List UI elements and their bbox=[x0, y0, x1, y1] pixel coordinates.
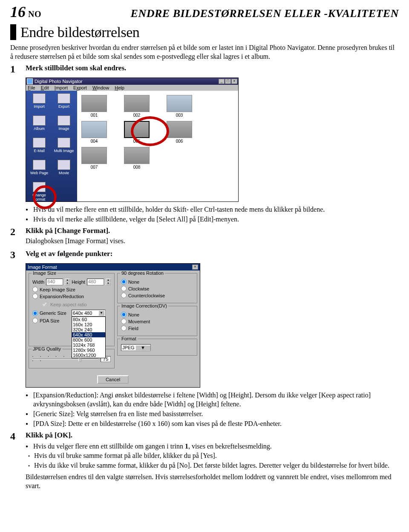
section-heading-row: Endre bildestørrelsen bbox=[10, 24, 399, 40]
dialog-image-format: Image Format × Image Size Width 640 ▲▼ H… bbox=[26, 263, 200, 388]
height-spinner[interactable]: ▲▼ bbox=[106, 279, 111, 285]
menu-bar: File Edit Import Export Window Help bbox=[26, 85, 238, 91]
bullet-icon bbox=[26, 410, 33, 419]
step-1: 1 Merk stillbildet som skal endres. bbox=[10, 64, 399, 74]
thumbnail-007[interactable]: 007 bbox=[81, 147, 107, 170]
step-number: 3 bbox=[10, 250, 26, 260]
sidebar-image[interactable]: Image bbox=[52, 115, 75, 136]
height-label: Height bbox=[72, 279, 85, 285]
change-format-icon bbox=[33, 182, 46, 192]
radio-correction-none[interactable]: None bbox=[121, 312, 193, 317]
size-option[interactable]: 80x 60 bbox=[72, 317, 105, 322]
thumb-image bbox=[81, 95, 107, 112]
page-language: NO bbox=[28, 9, 41, 19]
menu-edit[interactable]: Edit bbox=[41, 85, 49, 90]
web-icon bbox=[33, 160, 46, 170]
radio-generic-size[interactable]: Generic Size 640x 480▼ 80x 60 160x 120 3… bbox=[32, 310, 111, 316]
thumbnail-003[interactable]: 003 bbox=[167, 95, 192, 118]
cancel-button[interactable]: Cancel bbox=[97, 375, 129, 384]
thumb-image bbox=[124, 121, 150, 138]
album-icon bbox=[33, 115, 46, 126]
format-select[interactable]: JPEG ▼ bbox=[121, 344, 151, 351]
sub-bullet-icon bbox=[28, 451, 34, 460]
sidebar-change-format[interactable]: Change Format bbox=[28, 182, 51, 202]
menu-file-label: ile bbox=[31, 85, 35, 90]
thumbnail-001[interactable]: 001 bbox=[81, 95, 107, 118]
step-label: Klikk på [Change Format]. bbox=[26, 227, 399, 235]
thumb-image bbox=[167, 121, 192, 138]
sub-bullet-text: Hvis du vil bruke samme format på alle b… bbox=[34, 451, 217, 460]
group-image-correction: Image Correction(DV) None Movement Field bbox=[117, 306, 197, 336]
radio-expansion-reduction[interactable]: Expansion/Reduction bbox=[32, 293, 111, 299]
bullet-icon bbox=[26, 391, 33, 409]
generic-size-select[interactable]: 640x 480▼ 80x 60 160x 120 320x 240 640x … bbox=[72, 310, 106, 316]
group-rotation: 90 degrees Rotation None Clockwise Count… bbox=[117, 273, 197, 303]
group-legend: Format bbox=[120, 336, 138, 341]
size-option-selected[interactable]: 640x 480 bbox=[72, 332, 105, 337]
menu-import[interactable]: Import bbox=[55, 85, 68, 90]
radio-correction-movement[interactable]: Movement bbox=[121, 319, 193, 324]
bullet-icon bbox=[26, 215, 33, 224]
chevron-down-icon: ▼ bbox=[135, 345, 150, 350]
thumbnail-006[interactable]: 006 bbox=[167, 121, 192, 144]
thumbnail-004[interactable]: 004 bbox=[81, 121, 107, 144]
bullet-list: [Expansion/Reduction]: Angi ønsket bilde… bbox=[26, 391, 399, 428]
bullet-list: Hvis du vil merke flere enn ett stillbil… bbox=[26, 205, 399, 224]
width-label: Width bbox=[32, 279, 44, 285]
menu-export[interactable]: Export bbox=[73, 85, 87, 90]
minimize-button[interactable]: _ bbox=[219, 79, 225, 84]
chevron-down-icon: ▼ bbox=[98, 311, 104, 316]
checkbox-keep-aspect-ratio[interactable]: Keep aspect ratio bbox=[40, 300, 111, 308]
sidebar-movie[interactable]: Movie bbox=[52, 160, 75, 180]
step-label: Merk stillbildet som skal endres. bbox=[26, 64, 399, 72]
menu-help[interactable]: Help bbox=[115, 85, 124, 90]
bullet-icon bbox=[26, 205, 33, 214]
height-input[interactable]: 480 bbox=[87, 279, 104, 285]
window-title-bar: Digital Photo Navigator _ □ × bbox=[26, 78, 238, 85]
section-heading-bar bbox=[10, 24, 16, 40]
step-4: 4 Klikk på [OK]. Hvis du velger flere en… bbox=[10, 431, 399, 492]
radio-correction-field[interactable]: Field bbox=[121, 325, 193, 331]
size-option[interactable]: 800x 600 bbox=[72, 337, 105, 342]
size-option[interactable]: 160x 120 bbox=[72, 322, 105, 327]
radio-rotation-none[interactable]: None bbox=[121, 279, 193, 285]
image-icon bbox=[58, 115, 70, 126]
document-page: 16 NO ENDRE BILDESTØRRELSEN ELLER -KVALI… bbox=[0, 0, 409, 503]
step-number: 1 bbox=[10, 64, 26, 74]
thumbnail-008[interactable]: 008 bbox=[124, 147, 150, 170]
sidebar-multi-image[interactable]: Multi Image bbox=[52, 138, 75, 158]
sub-bullet-text: Hvis du ikke vil bruke samme format, kli… bbox=[34, 461, 389, 470]
thumbnail-002[interactable]: 002 bbox=[124, 95, 150, 118]
group-legend: JPEG Quality bbox=[32, 346, 62, 351]
sidebar-album[interactable]: Album bbox=[28, 115, 51, 136]
thumb-image bbox=[167, 95, 192, 112]
sidebar-email[interactable]: E-Mail bbox=[28, 138, 51, 158]
close-button[interactable]: × bbox=[231, 79, 237, 84]
sidebar-web-page[interactable]: Web Page bbox=[28, 160, 51, 180]
menu-file[interactable]: File bbox=[28, 85, 35, 90]
sidebar-export[interactable]: Export bbox=[52, 93, 75, 114]
size-option[interactable]: 320x 240 bbox=[72, 327, 105, 332]
width-spinner[interactable]: ▲▼ bbox=[65, 279, 70, 285]
sidebar-import[interactable]: Import bbox=[28, 93, 51, 114]
width-input[interactable]: 640 bbox=[46, 279, 63, 285]
dialog-close-button[interactable]: × bbox=[192, 265, 198, 270]
size-option[interactable]: 1600x1200 bbox=[72, 353, 105, 358]
group-image-size: Image Size Width 640 ▲▼ Height 480 ▲▼ Ke… bbox=[29, 273, 115, 346]
radio-keep-image-size[interactable]: Keep Image Size bbox=[32, 287, 111, 292]
bullet-text: [Generic Size]: Velg størrelsen fra en l… bbox=[33, 410, 203, 419]
import-icon bbox=[33, 93, 46, 104]
thumbnail-005-selected[interactable]: 005 bbox=[124, 121, 150, 144]
radio-rotation-counterclockwise[interactable]: Counterclockwise bbox=[121, 293, 193, 298]
section-intro: Denne prosedyren beskriver hvordan du en… bbox=[10, 43, 399, 61]
page-header: 16 NO ENDRE BILDESTØRRELSEN ELLER -KVALI… bbox=[10, 4, 399, 20]
size-option[interactable]: 1024x 768 bbox=[72, 342, 105, 348]
step-number: 4 bbox=[10, 431, 26, 441]
size-option[interactable]: 1280x 960 bbox=[72, 348, 105, 353]
step-3: 3 Velg et av følgende punkter: bbox=[10, 250, 399, 260]
maximize-button[interactable]: □ bbox=[225, 79, 231, 84]
group-format: Format JPEG ▼ bbox=[117, 339, 197, 356]
radio-rotation-clockwise[interactable]: Clockwise bbox=[121, 286, 193, 291]
menu-window[interactable]: Window bbox=[92, 85, 109, 90]
window-title: Digital Photo Navigator bbox=[35, 79, 83, 84]
